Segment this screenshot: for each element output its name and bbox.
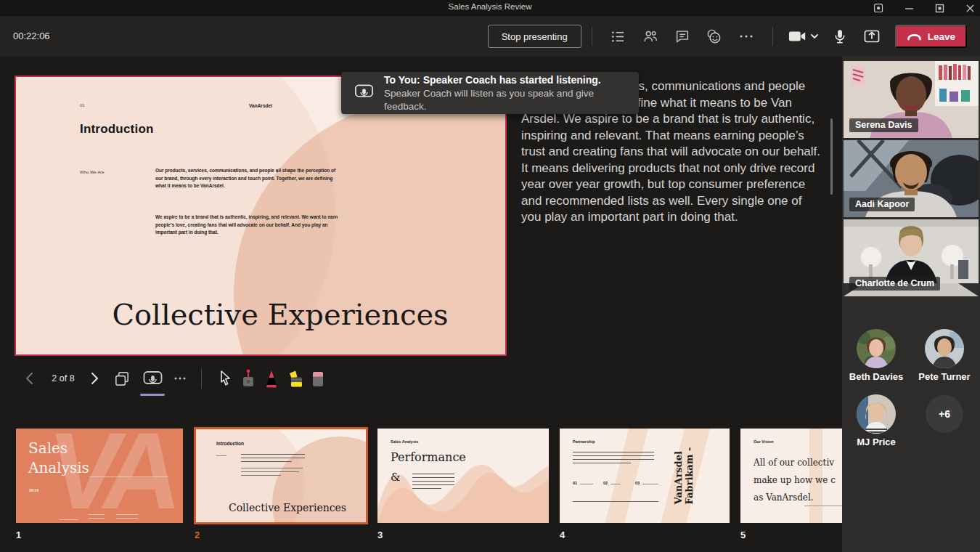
thumbnail-number: 3 — [377, 529, 383, 540]
slide-thumbnail-2-selected[interactable]: Introduction Collective Experiences — [194, 427, 368, 524]
show-participants-icon[interactable] — [634, 22, 666, 51]
thumbnail-display-title: Collective Experiences — [211, 502, 364, 514]
thumbnail-number: 4 — [560, 529, 565, 540]
thumbnail-vertical-title: VanArsdel Fabrikam - — [644, 436, 724, 516]
thumbnail-title: Sales Analysis — [28, 439, 89, 478]
speaker-coach-icon — [354, 83, 374, 103]
slide-heading: Introduction — [80, 122, 154, 137]
leave-button[interactable]: Leave — [895, 25, 967, 48]
meeting-notes-icon[interactable] — [603, 22, 634, 51]
more-presenter-options-icon[interactable] — [168, 365, 192, 392]
thumbnail-heading: Our Vision — [754, 439, 774, 444]
slide-thumbnail-3[interactable]: Sales Analysis Performance & — [377, 429, 549, 523]
thumbnail-number-active: 2 — [195, 529, 200, 540]
red-pen-tool[interactable] — [261, 365, 282, 392]
participant-avatar-name: Pete Turner — [905, 371, 980, 382]
slide-kicker: Who We Are — [80, 170, 105, 174]
thumbnail-year: 2019 — [29, 488, 38, 492]
thumbnail-kicker: Sales Analysis — [391, 439, 418, 444]
slide-body-paragraph: We aspire to be a brand that is authenti… — [155, 214, 344, 237]
stop-presenting-button[interactable]: Stop presenting — [488, 25, 581, 48]
chat-icon[interactable] — [666, 22, 698, 51]
window-title: Sales Analysis Review — [0, 2, 980, 11]
thumbnail-step: 03 — [635, 481, 640, 485]
eraser-tool[interactable] — [308, 365, 328, 392]
laser-pointer-tool[interactable] — [238, 365, 258, 392]
thumbnail-number: 5 — [740, 529, 746, 540]
minimize-button[interactable] — [903, 2, 915, 14]
participant-avatar[interactable] — [925, 329, 964, 368]
camera-dropdown-caret — [811, 34, 818, 39]
microphone-icon[interactable] — [824, 22, 856, 51]
video-tile[interactable]: Aadi Kapoor — [844, 140, 979, 217]
toast-subtitle: Speaker Coach will listen as you speak a… — [384, 87, 639, 113]
current-slide[interactable]: 01 VanArsdel Introduction Who We Are Our… — [15, 76, 507, 356]
overflow-participants-button[interactable]: +6 — [926, 395, 963, 433]
slide-thumbnail-4[interactable]: Partnership 01 02 03 VanArsdel Fabrikam … — [560, 429, 730, 523]
thumbnail-number: 1 — [16, 529, 21, 540]
speaker-coach-toggle[interactable] — [139, 365, 166, 392]
previous-slide-button[interactable] — [20, 365, 38, 392]
speaker-coach-active-indicator — [140, 394, 165, 396]
toast-title: To You: Speaker Coach has started listen… — [384, 73, 639, 87]
toolbar-divider — [772, 27, 773, 46]
participant-avatar-name: MJ Price — [836, 437, 916, 447]
hang-up-icon — [907, 33, 922, 41]
toolbar-divider — [592, 27, 592, 46]
speaker-coach-toast[interactable]: To You: Speaker Coach has started listen… — [341, 72, 639, 114]
next-slide-button[interactable] — [86, 365, 103, 392]
maximize-button[interactable] — [934, 2, 945, 14]
meeting-timer: 00:22:06 — [13, 31, 50, 41]
slide-body-paragraph: Our products, services, communications, … — [155, 167, 344, 190]
participant-name-label: Aadi Kapoor — [849, 198, 915, 211]
participant-avatar[interactable] — [857, 394, 896, 434]
video-tile[interactable]: Charlotte de Crum — [844, 219, 979, 296]
popout-icon[interactable] — [873, 2, 884, 14]
participant-avatar[interactable] — [857, 329, 896, 368]
thumbnail-ampersand: & — [391, 471, 400, 484]
slide-display-title: Collective Experiences — [60, 298, 501, 331]
thumbnail-heading: Introduction — [216, 441, 244, 446]
teams-meeting-window: Sales Analysis Review 00:22:06 Stop pres… — [0, 0, 980, 552]
thumbnail-step: 01 — [573, 481, 577, 485]
participant-name-label: Serena Davis — [849, 118, 918, 132]
annotation-divider — [201, 368, 202, 389]
more-options-icon[interactable] — [730, 22, 762, 51]
thumbnail-title: Performance — [391, 450, 466, 464]
slide-grid-icon[interactable] — [110, 365, 134, 392]
title-bar: Sales Analysis Review — [0, 0, 980, 16]
thumbnail-step: 02 — [603, 481, 608, 485]
video-tile[interactable]: Serena Davis — [844, 61, 979, 138]
notes-scrollbar[interactable] — [830, 118, 833, 195]
close-button[interactable] — [964, 2, 976, 14]
pointer-tool[interactable] — [215, 365, 235, 392]
reactions-icon[interactable] — [698, 22, 730, 51]
leave-button-label: Leave — [928, 31, 955, 42]
thumbnail-heading: Partnership — [573, 439, 595, 444]
highlighter-tool[interactable] — [286, 365, 306, 392]
participant-name-label: Charlotte de Crum — [849, 277, 940, 291]
participants-panel: Serena Davis Aadi Kapoor — [842, 57, 980, 552]
share-screen-icon[interactable] — [856, 22, 888, 51]
meeting-toolbar: 00:22:06 Stop presenting — [0, 16, 980, 57]
camera-toggle-icon[interactable] — [783, 22, 824, 51]
slide-thumbnail-1[interactable]: VA Sales Analysis 2019 — [16, 429, 183, 523]
slide-thumbnail-5[interactable]: Our Vision All of our collectiv make up … — [740, 429, 842, 523]
slide-position-label: 2 of 8 — [42, 365, 84, 392]
